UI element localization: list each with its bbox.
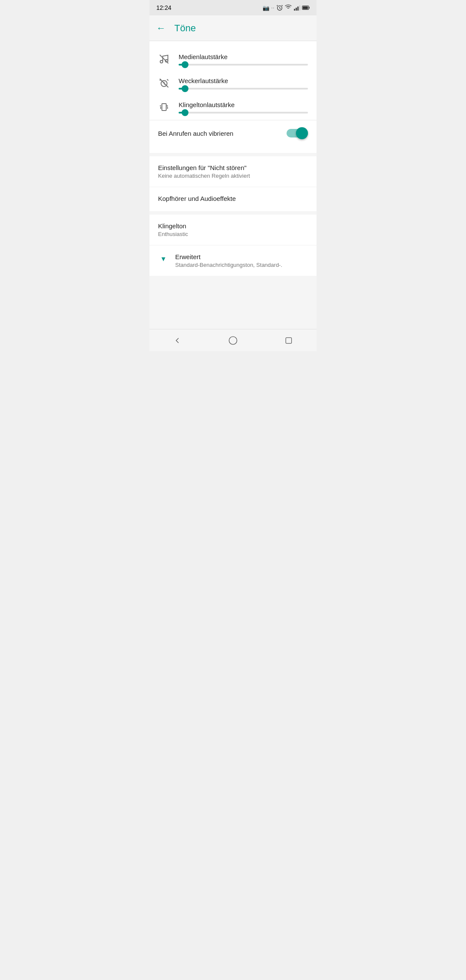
nav-back-button[interactable] bbox=[164, 329, 190, 352]
headphones-item[interactable]: Kopfhörer und Audioeffekte bbox=[149, 187, 317, 211]
bottom-nav bbox=[149, 329, 317, 351]
svg-rect-21 bbox=[286, 338, 291, 343]
alarm-volume-content: Weckerlautstärke bbox=[179, 77, 308, 90]
ringtone-volume-slider[interactable] bbox=[179, 112, 308, 114]
battery-icon bbox=[302, 5, 310, 10]
ringtone-item[interactable]: Klingelton Enthusiastic bbox=[149, 215, 317, 245]
do-not-disturb-title: Einstellungen für "Nicht stören" bbox=[158, 164, 308, 171]
ringtone-section: Klingelton Enthusiastic ▾ Erweitert Stan… bbox=[149, 215, 317, 276]
signal-icon bbox=[293, 4, 300, 11]
do-not-disturb-item[interactable]: Einstellungen für "Nicht stören" Keine a… bbox=[149, 156, 317, 187]
menu-section: Einstellungen für "Nicht stören" Keine a… bbox=[149, 156, 317, 211]
status-time: 12:24 bbox=[156, 4, 171, 11]
ringtone-volume-item: Klingeltonlautstärke bbox=[149, 96, 317, 120]
alarm-icon bbox=[276, 4, 283, 11]
svg-rect-6 bbox=[309, 7, 310, 9]
svg-rect-4 bbox=[299, 6, 300, 11]
spacer bbox=[149, 279, 317, 322]
nav-recent-icon bbox=[284, 336, 293, 345]
alarm-off-icon bbox=[158, 78, 170, 91]
svg-rect-3 bbox=[297, 6, 299, 10]
vibrate-icon bbox=[158, 102, 170, 115]
svg-rect-1 bbox=[294, 9, 295, 11]
ringtone-volume-content: Klingeltonlautstärke bbox=[179, 101, 308, 114]
svg-rect-13 bbox=[162, 104, 166, 111]
headphones-title: Kopfhörer und Audioeffekte bbox=[158, 195, 308, 202]
svg-rect-7 bbox=[303, 6, 308, 9]
alarm-volume-item: Weckerlautstärke bbox=[149, 72, 317, 96]
media-volume-slider[interactable] bbox=[179, 64, 308, 66]
wifi-icon bbox=[285, 4, 292, 11]
status-icons: 📷 ·· bbox=[263, 4, 310, 11]
svg-rect-2 bbox=[296, 8, 297, 11]
erweitert-content: Erweitert Standard-Benachrichtigungston,… bbox=[175, 253, 308, 268]
nav-home-icon bbox=[228, 336, 238, 345]
nav-recent-button[interactable] bbox=[276, 329, 302, 352]
vibrate-row: Bei Anrufen auch vibrieren bbox=[149, 120, 317, 146]
vibrate-label: Bei Anrufen auch vibrieren bbox=[158, 130, 233, 137]
back-button[interactable]: ← bbox=[156, 23, 166, 34]
vibrate-toggle[interactable] bbox=[287, 127, 308, 139]
svg-point-8 bbox=[160, 60, 163, 63]
do-not-disturb-subtitle: Keine automatischen Regeln aktiviert bbox=[158, 173, 308, 179]
page-title: Töne bbox=[174, 23, 196, 34]
video-camera-icon: 📷 bbox=[263, 5, 269, 11]
media-volume-label: Medienlautstärke bbox=[179, 53, 308, 60]
alarm-volume-slider[interactable] bbox=[179, 88, 308, 90]
dot-dot-icon: ·· bbox=[271, 6, 275, 10]
erweitert-subtitle: Standard-Benachrichtigungston, Standard-… bbox=[175, 262, 308, 268]
ringtone-title: Klingelton bbox=[158, 222, 308, 230]
chevron-down-icon: ▾ bbox=[158, 254, 168, 263]
toggle-thumb bbox=[296, 127, 308, 139]
media-volume-content: Medienlautstärke bbox=[179, 53, 308, 66]
svg-point-20 bbox=[229, 336, 237, 344]
media-volume-item: Medienlautstärke bbox=[149, 48, 317, 72]
ringtone-volume-label: Klingeltonlautstärke bbox=[179, 101, 308, 108]
music-off-icon bbox=[158, 54, 170, 67]
ringtone-subtitle: Enthusiastic bbox=[158, 231, 308, 237]
nav-back-icon bbox=[173, 336, 182, 345]
erweitert-item[interactable]: ▾ Erweitert Standard-Benachrichtigungsto… bbox=[149, 245, 317, 276]
status-bar: 12:24 📷 ·· bbox=[149, 0, 317, 15]
app-bar: ← Töne bbox=[149, 15, 317, 41]
volume-section: Medienlautstärke Weckerlautstärke bbox=[149, 41, 317, 153]
nav-home-button[interactable] bbox=[220, 329, 246, 352]
main-content: Medienlautstärke Weckerlautstärke bbox=[149, 41, 317, 329]
erweitert-title: Erweitert bbox=[175, 253, 308, 260]
alarm-volume-label: Weckerlautstärke bbox=[179, 77, 308, 84]
